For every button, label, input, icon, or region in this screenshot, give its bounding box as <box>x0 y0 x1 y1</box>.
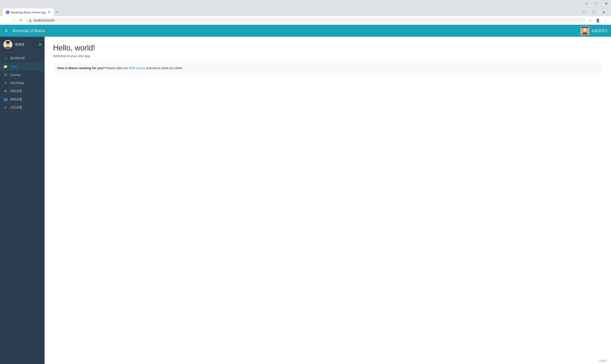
sidebar-item-counter[interactable]: ☑ Counter <box>0 71 45 79</box>
browser-tab[interactable]: B Bootstrap Blazor Server App ✕ <box>2 9 54 16</box>
page-subtitle: Welcome to your new app. <box>53 54 602 58</box>
sidebar-index-label: Index <box>10 65 41 68</box>
main-content: Hello, world! Welcome to your new app. H… <box>45 37 611 364</box>
chevron-right-icon-3: › <box>40 106 41 109</box>
check-icon: ☑ <box>3 73 8 77</box>
lock-icon: 🔒 <box>28 19 32 22</box>
sidebar-item-back[interactable]: ⌂ 返回组件库 <box>0 54 45 62</box>
survey-box: How is Blazor working for you? Please ta… <box>53 63 602 73</box>
hamburger-icon: ≡ <box>5 28 8 33</box>
header-username: 超级管理员 <box>592 29 608 33</box>
sidebar-user: 管理员 <box>0 37 45 52</box>
tab-close-icon[interactable]: ✕ <box>48 11 50 14</box>
sidebar-item-index[interactable]: 📁 Index <box>0 62 45 71</box>
tab-title: Bootstrap Blazor Server App <box>11 11 46 14</box>
menu-button[interactable]: ⋮ <box>602 17 609 23</box>
avatar-placeholder <box>3 40 12 49</box>
forward-button[interactable]: → <box>10 17 16 23</box>
sidebar-nav: ⌂ 返回组件库 📁 Index ☑ Counter ≡ FetchData ⚙ <box>0 52 45 364</box>
sidebar-log-label: 日志设置 <box>10 106 38 109</box>
list-icon: ≡ <box>3 81 8 85</box>
home-icon: ⌂ <box>3 56 8 60</box>
sidebar-system-label: 系统设置 <box>10 89 38 93</box>
sidebar-avatar <box>3 40 12 49</box>
online-indicator <box>39 43 41 46</box>
survey-link[interactable]: brief survey <box>129 66 145 70</box>
refresh-button[interactable]: ↻ <box>18 17 24 23</box>
back-button[interactable]: ← <box>2 17 9 23</box>
maximize-button[interactable]: □ <box>591 0 601 7</box>
new-tab-button[interactable]: + <box>54 9 60 15</box>
folder-icon: 📁 <box>3 65 8 68</box>
survey-bold-text: How is Blazor working for you? <box>57 66 105 70</box>
sidebar-username: 管理员 <box>15 43 37 47</box>
sidebar-fetchdata-label: FetchData <box>10 81 41 85</box>
svg-point-1 <box>584 28 586 31</box>
sidebar-item-system[interactable]: ⚙ 系统设置 › <box>0 87 45 95</box>
app-title: Bootstrap of Blazor <box>13 29 577 33</box>
browser-close-button[interactable]: ✕ <box>599 9 609 16</box>
page-title: Hello, world! <box>53 43 602 52</box>
people-icon: 👥 <box>3 97 8 101</box>
sidebar-item-fetchdata[interactable]: ≡ FetchData <box>0 79 45 87</box>
svg-point-5 <box>6 41 10 43</box>
chevron-right-icon-2: › <box>40 98 41 101</box>
browser-maximize-button[interactable]: □ <box>589 9 599 16</box>
address-bar[interactable]: 🔒 localhost:53189 <box>26 18 585 23</box>
profile-button[interactable]: 👤 <box>595 17 601 23</box>
url-display: localhost:53189 <box>34 19 583 22</box>
svg-rect-2 <box>581 27 589 28</box>
sidebar-permission-label: 权限设置 <box>10 98 38 101</box>
avatar-image <box>581 27 589 35</box>
log-icon: ≡ <box>3 106 8 109</box>
sidebar-counter-label: Counter <box>10 73 41 77</box>
header-avatar <box>581 26 589 35</box>
app-header: ≡ Bootstrap of Blazor 超级管理员 <box>0 25 611 37</box>
bookmark-button[interactable]: ☆ <box>587 17 593 23</box>
survey-text-before: Please take our <box>105 66 129 70</box>
minimize-button[interactable]: ─ <box>582 0 591 7</box>
close-button[interactable]: ✕ <box>601 0 611 7</box>
sidebar-item-permission[interactable]: 👥 权限设置 › <box>0 95 45 104</box>
sidebar-item-log[interactable]: ≡ 日志设置 › <box>0 104 45 112</box>
hamburger-button[interactable]: ≡ <box>3 27 9 35</box>
tab-favicon: B <box>6 11 9 14</box>
survey-text-after: and tell us what you think. <box>145 66 183 70</box>
sidebar-back-label: 返回组件库 <box>10 56 41 60</box>
browser-minimize-button[interactable]: ─ <box>579 9 589 16</box>
sidebar: 管理员 ⌂ 返回组件库 📁 Index ☑ Counter ≡ <box>0 37 45 364</box>
gear-icon: ⚙ <box>3 89 8 93</box>
header-right: 超级管理员 <box>581 26 608 35</box>
chevron-right-icon: › <box>40 90 41 93</box>
watermark: 亿速达 <box>599 359 607 363</box>
